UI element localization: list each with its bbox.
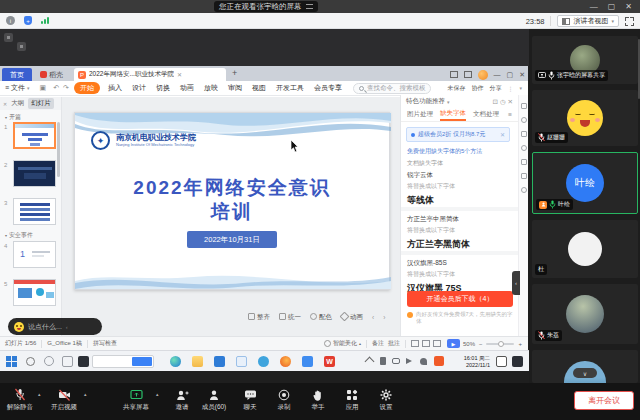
meeting-info-icon[interactable]: i [6, 16, 15, 25]
quick-chat-bubble[interactable]: 说点什么... ‹ [8, 318, 102, 335]
ie-icon[interactable] [258, 356, 269, 367]
sidebar-tool-icon[interactable] [521, 145, 527, 151]
edge-icon[interactable] [170, 356, 181, 367]
participant-tile[interactable]: 杜 [532, 220, 638, 278]
prev-icon[interactable]: ‹ [372, 314, 374, 321]
tab-missing-fonts[interactable]: 缺失字体 [440, 109, 466, 121]
redo-icon[interactable]: ↷ [61, 84, 71, 92]
beautify-color-button[interactable]: 配色 [310, 313, 332, 322]
collaborate-button[interactable]: 协作 [468, 84, 486, 93]
slide-thumbnail-1[interactable] [13, 122, 56, 149]
switch-view-icon[interactable] [306, 4, 313, 9]
menu-view[interactable]: 视图 [247, 83, 271, 93]
pen-tray-icon[interactable] [380, 357, 386, 365]
share-screen-button[interactable]: 共享屏幕 [118, 388, 154, 412]
slide-thumbnail-2[interactable] [13, 160, 56, 187]
grid-layout-icon[interactable] [464, 71, 472, 78]
record-button[interactable]: 录制 [266, 388, 302, 412]
emoji-icon[interactable] [14, 322, 24, 332]
search-go-button[interactable] [132, 357, 152, 366]
sidebar-tool-icon[interactable] [521, 103, 527, 109]
file-explorer-icon[interactable] [192, 356, 203, 367]
spellcheck-status[interactable]: 拼写检查 [93, 339, 117, 348]
taskbar-clock[interactable]: 16:01 周二 2022/11/1 [448, 355, 490, 369]
cortana-icon[interactable] [44, 356, 54, 366]
media-tray-icon[interactable] [496, 356, 507, 367]
panel-pin-icon[interactable]: ⊡ [492, 98, 497, 106]
beautify-align-button[interactable]: 整齐 [248, 313, 270, 322]
share-options-chevron[interactable]: ▴ [156, 391, 159, 397]
menu-devtools[interactable]: 开发工具 [271, 83, 309, 93]
wps-maximize-button[interactable]: ▢ [507, 71, 514, 79]
menu-insert[interactable]: 插入 [103, 83, 127, 93]
next-icon[interactable]: › [383, 314, 385, 321]
menu-slideshow[interactable]: 放映 [199, 83, 223, 93]
missing-font-item[interactable]: 方正兰亭中黑简体 将替换成以下字体 方正兰亭黑简体 [407, 215, 513, 251]
menu-design[interactable]: 设计 [127, 83, 151, 93]
zoom-out-button[interactable]: − [479, 341, 483, 347]
notes-button[interactable]: 备注 [372, 339, 384, 348]
beautify-unify-button[interactable]: 统一 [279, 313, 301, 322]
panel-more-icon[interactable]: ≡ [508, 111, 512, 118]
normal-view-icon[interactable] [411, 340, 419, 347]
beautify-status-button[interactable]: 智能美化 ▴ [324, 339, 361, 348]
tab-docer[interactable]: 稻壳 [36, 68, 67, 81]
slide-sorter-icon[interactable] [422, 340, 430, 347]
menu-review[interactable]: 审阅 [223, 83, 247, 93]
download-fonts-button[interactable]: 开通会员后下载（4） [407, 291, 513, 307]
mic-options-chevron[interactable]: ▴ [38, 391, 41, 397]
menu-transition[interactable]: 切换 [151, 83, 175, 93]
desktop-widget-icon[interactable] [17, 42, 26, 51]
close-tab-icon[interactable]: ✕ [177, 71, 182, 78]
missing-font-item[interactable]: 锐字云体 将替换成以下字体 等线体 [407, 171, 513, 207]
tray-app-icon[interactable] [434, 356, 444, 366]
netdisk-icon[interactable] [302, 356, 313, 367]
sidebar-tool-icon[interactable] [521, 131, 527, 137]
unmute-button[interactable]: 解除静音 [2, 388, 38, 412]
network-tray-icon[interactable] [420, 358, 427, 365]
tab-outline[interactable]: 大纲 [11, 99, 24, 108]
members-button[interactable]: 成员(60) [196, 388, 232, 412]
save-icon[interactable]: ▣ [35, 84, 52, 92]
scroll-more-participants-button[interactable]: ∨ [573, 368, 597, 378]
section-label[interactable]: ▾ 开篇 [5, 113, 21, 122]
keyboard-tray-icon[interactable] [392, 358, 400, 364]
section-label[interactable]: ▾ 安全事件 [5, 231, 33, 240]
wps-minimize-button[interactable]: — [494, 71, 501, 78]
missing-font-item[interactable]: 汉仪旗黑-85S 将替换成以下字体 汉仪旗黑 75S [407, 259, 513, 295]
tab-document[interactable]: P 2022年网络安...职业技术学院 ✕ [74, 68, 226, 81]
panel-close-icon[interactable]: ✕ [508, 98, 513, 106]
collapse-bubble-icon[interactable]: ‹ [66, 324, 68, 330]
maximize-button[interactable]: ▢ [608, 2, 616, 11]
sidebar-tool-icon[interactable] [521, 187, 527, 193]
video-options-chevron[interactable]: ▴ [84, 391, 87, 397]
chat-button[interactable]: 聊天 [232, 388, 268, 412]
beautify-animation-button[interactable]: 动画 [341, 313, 363, 322]
sidebar-tool-icon[interactable] [521, 117, 527, 123]
promo-close-icon[interactable]: ✕ [500, 131, 505, 138]
more-icon[interactable]: ⋮ [504, 85, 516, 92]
taskbar-search-box[interactable] [92, 355, 154, 368]
settings-button[interactable]: 设置 [368, 388, 404, 412]
taskbar-search-icon[interactable] [26, 357, 35, 366]
menu-animation[interactable]: 动画 [175, 83, 199, 93]
comments-button[interactable]: 批注 [388, 339, 400, 348]
wps-icon[interactable]: W [324, 356, 335, 367]
wps-account-avatar[interactable] [478, 70, 488, 80]
thumbnail-scrollbar[interactable] [57, 122, 60, 177]
tab-doc-tools[interactable]: 文档处理 [473, 110, 499, 119]
participant-tile-active-speaker[interactable]: 叶绘 叶绘 [532, 152, 638, 214]
collapse-panel-handle[interactable]: ‹ [512, 271, 520, 295]
missing-font-help-link[interactable]: 免费使用缺失字体的5个方法 [407, 147, 482, 156]
menu-member[interactable]: 会员专享 [309, 83, 347, 93]
invite-button[interactable]: 邀请 [164, 388, 200, 412]
mail-icon[interactable] [236, 356, 247, 367]
apps-button[interactable]: 应用 [334, 388, 370, 412]
zoom-in-button[interactable]: + [518, 341, 522, 347]
sidebar-tool-icon[interactable] [521, 173, 527, 179]
pinned-app-icon[interactable] [78, 356, 89, 367]
current-slide[interactable]: ✦ 南京机电职业技术学院 Nanjing Institute Of Mechat… [74, 112, 390, 290]
slide-thumbnail-5[interactable] [13, 279, 56, 306]
participant-tile-partial[interactable]: ∨ [532, 350, 638, 383]
volume-tray-icon[interactable] [406, 358, 415, 364]
